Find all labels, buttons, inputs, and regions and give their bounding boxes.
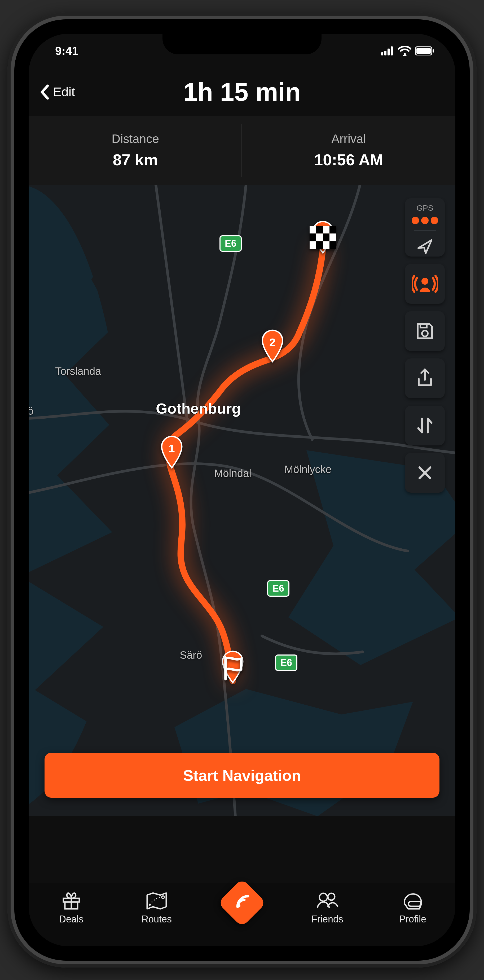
tab-profile-label: Profile — [399, 914, 426, 925]
svg-rect-6 — [416, 48, 431, 54]
city-gothenburg: Gothenburg — [156, 400, 241, 417]
svg-rect-19 — [330, 241, 336, 249]
gps-label: GPS — [416, 204, 433, 213]
back-label: Edit — [53, 84, 75, 99]
svg-rect-13 — [316, 234, 323, 241]
svg-rect-16 — [309, 241, 316, 249]
arrival-value: 10:56 AM — [314, 151, 383, 169]
notch — [162, 34, 322, 54]
svg-rect-10 — [323, 226, 330, 234]
svg-rect-0 — [381, 52, 383, 56]
chevron-left-icon — [39, 84, 50, 100]
svg-rect-14 — [323, 234, 330, 241]
map-tools: GPS — [405, 198, 445, 493]
start-navigation-label: Start Navigation — [183, 767, 301, 784]
svg-rect-12 — [309, 234, 316, 241]
map[interactable]: E6 E6 E6 Gothenburg Torslanda Mölndal Mö… — [29, 185, 455, 816]
navigate-diamond — [217, 878, 267, 927]
helmet-icon — [402, 891, 424, 911]
signal-icon — [233, 893, 251, 912]
road-badge-e6: E6 — [219, 235, 242, 252]
svg-rect-2 — [387, 49, 390, 56]
svg-point-28 — [328, 893, 335, 900]
swap-vertical-icon — [416, 415, 434, 436]
svg-point-27 — [319, 893, 327, 901]
distance-label: Distance — [112, 132, 159, 146]
reverse-button[interactable] — [405, 406, 445, 445]
waypoint-2-label: 2 — [259, 336, 286, 349]
header: Edit 1h 15 min — [29, 68, 455, 116]
broadcast-user-icon — [412, 273, 438, 294]
svg-rect-3 — [391, 46, 393, 56]
gift-icon — [61, 891, 81, 911]
city-truncated: ö — [29, 405, 33, 417]
road-badge-e6: E6 — [275, 654, 297, 671]
city-molndal: Mölndal — [214, 468, 251, 479]
gps-signal-dots — [412, 217, 438, 224]
svg-point-21 — [422, 331, 428, 336]
svg-point-24 — [149, 904, 151, 906]
distance-cell: Distance 87 km — [29, 116, 242, 185]
svg-point-20 — [421, 278, 428, 285]
flag-icon — [219, 655, 246, 684]
map-roads — [29, 185, 455, 816]
pin-finish[interactable] — [309, 220, 336, 254]
start-navigation-wrap: Start Navigation — [44, 752, 440, 798]
gps-locate-button[interactable]: GPS — [405, 198, 445, 256]
distance-value: 87 km — [113, 151, 158, 169]
status-time: 9:41 — [55, 44, 78, 57]
svg-rect-7 — [433, 49, 434, 52]
tab-bar: Deals Routes — [29, 883, 455, 946]
city-torslanda: Torslanda — [55, 365, 101, 377]
cellular-icon — [381, 46, 394, 56]
pin-waypoint-2[interactable]: 2 — [259, 328, 286, 363]
close-button[interactable] — [405, 453, 445, 493]
checkered-flag-icon — [309, 226, 336, 252]
save-disk-icon — [416, 322, 434, 340]
trip-info-row: Distance 87 km Arrival 10:56 AM — [29, 116, 455, 185]
svg-rect-18 — [323, 241, 330, 249]
back-button[interactable]: Edit — [39, 84, 75, 100]
arrival-label: Arrival — [331, 132, 366, 146]
tab-profile[interactable]: Profile — [370, 891, 455, 925]
tab-navigate[interactable] — [199, 886, 285, 920]
svg-rect-15 — [330, 234, 336, 241]
tab-routes-label: Routes — [141, 914, 172, 925]
duration-title: 1h 15 min — [183, 78, 301, 107]
locate-arrow-icon — [416, 237, 434, 256]
tab-friends-label: Friends — [311, 914, 343, 925]
start-navigation-button[interactable]: Start Navigation — [44, 752, 440, 798]
map-route-icon — [146, 891, 168, 911]
svg-rect-8 — [309, 226, 316, 234]
svg-rect-9 — [316, 226, 323, 234]
status-icons — [381, 46, 434, 56]
battery-icon — [415, 46, 434, 56]
arrival-cell: Arrival 10:56 AM — [242, 116, 455, 185]
svg-point-26 — [237, 904, 240, 908]
share-button[interactable] — [405, 358, 445, 398]
city-saro: Särö — [180, 649, 202, 661]
city-molnlycke: Mölnlycke — [284, 463, 332, 476]
close-icon — [417, 465, 433, 481]
road-badge-e6: E6 — [267, 580, 289, 597]
tab-routes[interactable]: Routes — [114, 891, 199, 925]
svg-rect-1 — [384, 51, 386, 56]
screen: 9:41 — [29, 34, 455, 946]
svg-point-25 — [162, 896, 164, 899]
tab-friends[interactable]: Friends — [285, 891, 370, 925]
svg-rect-11 — [330, 226, 336, 234]
svg-point-4 — [404, 53, 406, 55]
tab-deals[interactable]: Deals — [29, 891, 114, 925]
waypoint-1-label: 1 — [159, 442, 185, 455]
tab-deals-label: Deals — [59, 914, 84, 925]
pin-start[interactable] — [219, 649, 246, 684]
pin-waypoint-1[interactable]: 1 — [159, 434, 185, 469]
svg-rect-17 — [316, 241, 323, 249]
live-share-button[interactable] — [405, 264, 445, 304]
wifi-icon — [398, 46, 411, 56]
share-icon — [416, 368, 434, 388]
friends-icon — [316, 891, 339, 911]
save-button[interactable] — [405, 311, 445, 351]
phone-frame: 9:41 — [8, 13, 476, 967]
